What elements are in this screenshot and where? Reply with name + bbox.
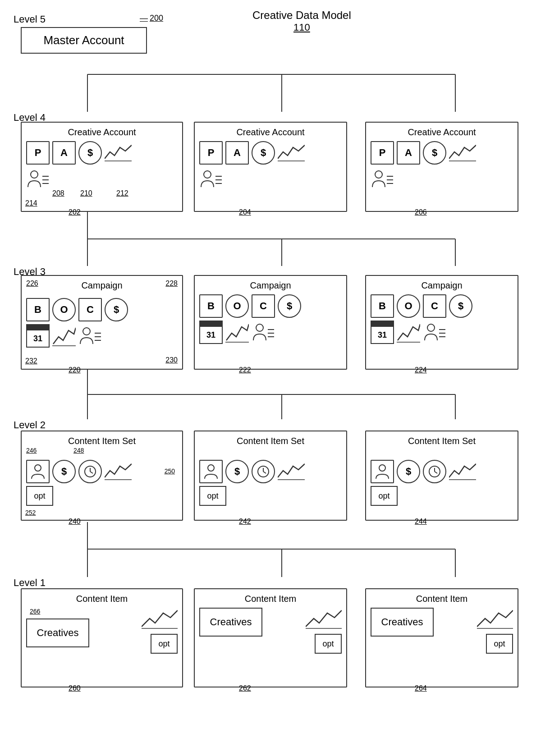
creatives-box-260: Creatives: [26, 619, 89, 647]
calendar-icon-224: 31: [371, 321, 394, 344]
chart3-icon-244: [449, 462, 476, 481]
dollar-icon-202: $: [78, 141, 102, 165]
cis244-icon-row2: opt: [371, 486, 513, 506]
ref228: 228: [165, 279, 178, 288]
svg-point-26: [204, 171, 211, 178]
cis240-icon-row: $: [26, 460, 178, 483]
dollar3-icon-244: $: [397, 460, 420, 483]
opt-icon-260: opt: [151, 634, 178, 654]
o-icon-224: O: [397, 294, 420, 318]
chart2-icon-220: [52, 324, 76, 348]
svg-line-53: [90, 472, 93, 473]
creatives-box-264: Creatives: [371, 608, 434, 637]
ref208: 208: [52, 189, 64, 197]
b-icon-222: B: [199, 294, 223, 318]
person2-icon-222: [252, 321, 275, 344]
svg-point-50: [35, 465, 41, 471]
opt-icon-242: opt: [199, 486, 226, 506]
ref206-label: 206: [415, 208, 427, 216]
chart-icon-204: [278, 143, 305, 163]
chart3-icon-242: [278, 462, 305, 481]
chart4-icon-260: [142, 608, 178, 630]
a-icon-206: A: [397, 141, 420, 165]
ref252: 252: [25, 509, 36, 516]
ref220-label: 220: [69, 366, 81, 374]
b-icon-224: B: [371, 294, 394, 318]
ca202-title: Creative Account: [26, 127, 178, 137]
creative-account-202: Creative Account P A $ 208: [21, 122, 183, 212]
creative-account-204: Creative Account P A $: [194, 122, 347, 212]
p-icon-206: P: [371, 141, 394, 165]
ref248: 248: [73, 447, 84, 454]
svg-point-41: [256, 324, 263, 331]
ci264-icon-row: Creatives opt: [371, 608, 513, 654]
ci264-title: Content Item: [371, 594, 513, 604]
camp220-icon-row: B O C $: [26, 298, 178, 321]
cis-240: Content Item Set 246 248 $: [21, 431, 183, 521]
camp220-icon-row2: 31: [26, 324, 178, 348]
ref250: 250: [165, 467, 175, 475]
cis242-icon-row2: opt: [199, 486, 342, 506]
svg-point-55: [208, 465, 214, 471]
ref226: 226: [26, 279, 38, 288]
campaign-224: Campaign B O C $ 31: [365, 275, 518, 370]
camp224-icon-row: B O C $: [371, 294, 513, 318]
creatives-box-262: Creatives: [199, 608, 262, 637]
ref260-label: 260: [69, 684, 81, 692]
calendar-icon-220: 31: [26, 324, 50, 348]
clock-icon-240: [78, 460, 102, 483]
person-icon-204: [199, 167, 223, 191]
ca204-icon-row: P A $: [199, 141, 342, 165]
ci-264: Content Item Creatives opt: [365, 588, 518, 687]
chart-icon-202: [105, 143, 132, 163]
camp222-title: Campaign: [199, 280, 342, 291]
opt-icon-240: opt: [26, 486, 53, 506]
title-text: Creative Data Model: [252, 9, 351, 22]
ref232: 232: [25, 357, 37, 365]
cis-244: Content Item Set $ opt: [365, 431, 518, 521]
diagram-container: Creative Data Model 110 Level 5 Master A…: [0, 0, 559, 18]
level5-label: Level 5: [14, 14, 46, 25]
ci-262: Content Item Creatives opt: [194, 588, 347, 687]
svg-line-58: [263, 472, 266, 473]
ci260-icon-row: 266 Creatives opt: [26, 608, 178, 654]
ref-200: —200: [140, 14, 163, 23]
person2-icon-220: [78, 324, 102, 348]
c-icon-224: C: [423, 294, 446, 318]
dollar3-icon-240: $: [52, 460, 76, 483]
cis244-icon-row: $: [371, 460, 513, 483]
chart2-icon-222: [225, 321, 249, 344]
ca206-icon-row2: [371, 167, 513, 191]
ref200-text: 200: [150, 14, 163, 23]
clock-icon-242: [252, 460, 275, 483]
ci262-title: Content Item: [199, 594, 342, 604]
ref222-label: 222: [239, 366, 251, 374]
chart-icon-206: [449, 143, 476, 163]
ref212: 212: [116, 189, 128, 197]
master-account-label: Master Account: [43, 33, 124, 47]
person2-icon-224: [423, 321, 446, 344]
person-icon-206: [371, 167, 394, 191]
ref204-label: 204: [239, 208, 251, 216]
ref244-label: 244: [415, 518, 427, 526]
ref262-label: 262: [239, 684, 251, 692]
cis242-title: Content Item Set: [199, 436, 342, 446]
person3-icon-240: [26, 460, 50, 483]
ci260-title: Content Item: [26, 594, 178, 604]
ca204-title: Creative Account: [199, 127, 342, 137]
camp220-title: Campaign: [26, 280, 178, 291]
ca206-title: Creative Account: [371, 127, 513, 137]
p-icon-202: P: [26, 141, 50, 165]
ref264-label: 264: [415, 684, 427, 692]
ref230: 230: [165, 356, 178, 364]
ci-260: Content Item 266 Creatives opt: [21, 588, 183, 687]
camp224-title: Campaign: [371, 280, 513, 291]
level1-label: Level 1: [14, 577, 46, 589]
dollar2-icon-224: $: [449, 294, 472, 318]
camp222-icon-row2: 31: [199, 321, 342, 344]
ref202-label: 202: [69, 208, 81, 216]
creative-account-206: Creative Account P A $: [365, 122, 518, 212]
cis-242: Content Item Set $ opt: [194, 431, 347, 521]
ca206-icon-row: P A $: [371, 141, 513, 165]
ca202-icon-row2: [26, 167, 178, 191]
